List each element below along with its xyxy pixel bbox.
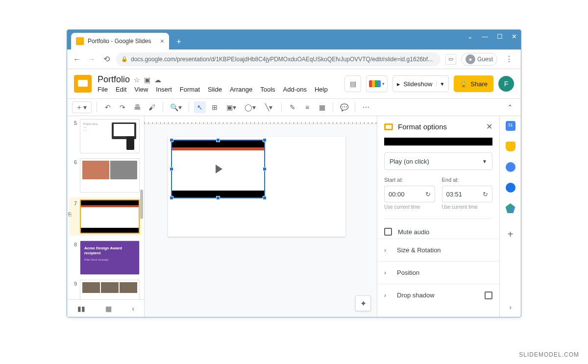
move-icon[interactable]: ▣ xyxy=(144,76,150,84)
star-icon[interactable]: ☆ xyxy=(134,76,140,84)
use-current-time-hint[interactable]: Use current time xyxy=(442,204,493,210)
menu-edit[interactable]: Edit xyxy=(116,86,126,93)
resize-handle[interactable] xyxy=(170,138,173,142)
calendar-icon[interactable] xyxy=(506,121,515,131)
resize-handle[interactable] xyxy=(216,138,220,142)
play-mode-value: Play (on click) xyxy=(390,158,429,165)
account-avatar[interactable]: F xyxy=(498,76,514,92)
add-icon[interactable]: + xyxy=(508,229,514,240)
back-icon[interactable]: ← xyxy=(72,54,82,64)
contacts-icon[interactable] xyxy=(506,183,515,193)
document-title[interactable]: Portfolio xyxy=(98,74,130,85)
size-rotation-section[interactable]: › Size & Rotation xyxy=(377,239,499,261)
slide-thumbnail[interactable]: 8 Acme Design Award recipientPellet Stoc… xyxy=(71,241,142,275)
meet-button[interactable]: ▾ xyxy=(366,75,388,92)
tasks-icon[interactable] xyxy=(506,162,515,172)
undo-icon[interactable]: ↶ xyxy=(102,101,114,113)
print-icon[interactable]: 🖶 xyxy=(131,101,143,113)
explore-button[interactable]: ✦ xyxy=(355,295,371,311)
play-icon[interactable] xyxy=(207,158,229,180)
checkbox-icon xyxy=(384,228,392,236)
end-time-field[interactable]: 03:51 ↻ xyxy=(442,186,493,202)
forward-icon[interactable]: → xyxy=(87,54,97,64)
menu-slide[interactable]: Slide xyxy=(208,86,222,93)
textbox-icon[interactable]: ⊞ xyxy=(209,101,220,113)
slideshow-button[interactable]: ▸ Slideshow ▼ xyxy=(392,75,449,92)
filmstrip-view-icon[interactable]: ▮▮ xyxy=(77,305,85,313)
section-label: Position xyxy=(397,269,419,276)
start-time-field[interactable]: 00:00 ↻ xyxy=(384,186,435,202)
close-icon[interactable]: ✕ xyxy=(486,122,492,131)
slide-thumbnail[interactable]: 6 xyxy=(71,158,142,193)
menu-arrange[interactable]: Arrange xyxy=(230,86,252,93)
menu-addons[interactable]: Add-ons xyxy=(283,86,307,93)
position-section[interactable]: › Position xyxy=(377,261,499,284)
url-field[interactable]: 🔒 docs.google.com/presentation/d/1KBPEIo… xyxy=(116,52,441,66)
paint-format-icon[interactable]: 🖌 xyxy=(146,101,158,113)
slide-canvas-area[interactable]: ✦ xyxy=(145,116,377,317)
collapse-icon[interactable]: ⌃ xyxy=(504,101,516,113)
minimize-icon[interactable]: — xyxy=(482,33,488,40)
resize-handle[interactable] xyxy=(216,196,220,200)
refresh-icon[interactable]: ↻ xyxy=(483,191,488,198)
maximize-icon[interactable]: ☐ xyxy=(497,33,503,40)
workspace: 5 Project name──── 6 7 ⎘ 8 Acme Design A… xyxy=(67,116,521,317)
chevron-down-icon[interactable]: ▼ xyxy=(436,81,444,87)
slide-canvas[interactable] xyxy=(168,137,345,237)
slides-logo-icon[interactable] xyxy=(74,75,92,93)
chevron-down-icon[interactable]: ⌄ xyxy=(467,33,473,40)
expand-icon[interactable]: › xyxy=(509,303,512,311)
use-current-time-hint[interactable]: Use current time xyxy=(384,204,435,210)
menu-insert[interactable]: Insert xyxy=(156,86,172,93)
mute-audio-checkbox[interactable]: Mute audio xyxy=(384,228,492,236)
browser-tab[interactable]: Portfolio - Google Slides × xyxy=(71,33,169,49)
checkbox-icon[interactable] xyxy=(485,291,492,299)
more-icon[interactable]: ⋯ xyxy=(360,101,372,113)
share-button[interactable]: 🔒 Share xyxy=(454,75,493,92)
maps-icon[interactable] xyxy=(506,203,515,213)
menu-file[interactable]: File xyxy=(98,86,108,93)
redo-icon[interactable]: ↷ xyxy=(117,101,128,113)
reload-icon[interactable]: ⟲ xyxy=(101,54,111,64)
select-icon[interactable]: ↖ xyxy=(194,101,206,113)
scrollbar[interactable] xyxy=(140,190,143,219)
resize-handle[interactable] xyxy=(263,196,267,200)
grid-view-icon[interactable]: ▦ xyxy=(105,305,112,313)
zoom-icon[interactable]: 🔍▾ xyxy=(168,101,184,113)
image-icon[interactable]: ▣▾ xyxy=(223,101,239,113)
shape-icon[interactable]: ◯▾ xyxy=(242,101,258,113)
drop-shadow-section[interactable]: › Drop shadow xyxy=(377,284,499,306)
menu-format[interactable]: Format xyxy=(180,86,200,93)
chevron-down-icon: ▼ xyxy=(482,159,487,164)
mask-icon[interactable]: ≡ xyxy=(301,101,313,113)
resize-handle[interactable] xyxy=(263,138,267,142)
end-time-value: 03:51 xyxy=(446,191,463,198)
start-at-label: Start at: xyxy=(384,177,435,183)
refresh-icon[interactable]: ↻ xyxy=(425,191,431,198)
new-slide-button[interactable]: + ▾ xyxy=(72,101,92,113)
extension-icon[interactable]: ▭ xyxy=(445,54,456,65)
cloud-icon[interactable]: ☁ xyxy=(154,76,161,84)
resize-handle[interactable] xyxy=(263,167,267,171)
menu-help[interactable]: Help xyxy=(315,86,328,93)
slide-thumbnail[interactable]: 7 ⎘ xyxy=(69,197,142,236)
border-icon[interactable]: ▦ xyxy=(316,101,328,113)
close-window-icon[interactable]: ✕ xyxy=(512,33,517,40)
collapse-filmstrip-icon[interactable]: ‹ xyxy=(132,305,135,313)
crop-icon[interactable]: ✎ xyxy=(287,101,298,113)
menu-view[interactable]: View xyxy=(134,86,148,93)
resize-handle[interactable] xyxy=(170,167,173,171)
new-tab-button[interactable]: + xyxy=(172,35,186,49)
resize-handle[interactable] xyxy=(170,196,173,200)
keep-icon[interactable] xyxy=(506,142,515,151)
menu-tools[interactable]: Tools xyxy=(260,86,275,93)
comments-icon[interactable]: ▤ xyxy=(344,75,361,92)
video-object[interactable] xyxy=(171,140,265,198)
play-mode-select[interactable]: Play (on click) ▼ xyxy=(384,152,492,170)
browser-menu-icon[interactable]: ⋮ xyxy=(502,54,516,64)
line-icon[interactable]: ╲▾ xyxy=(261,101,276,113)
guest-profile[interactable]: ● Guest xyxy=(461,53,497,66)
comment-icon[interactable]: 💬 xyxy=(338,101,350,113)
close-icon[interactable]: × xyxy=(160,37,164,45)
slide-thumbnail[interactable]: 5 Project name──── xyxy=(71,119,142,153)
